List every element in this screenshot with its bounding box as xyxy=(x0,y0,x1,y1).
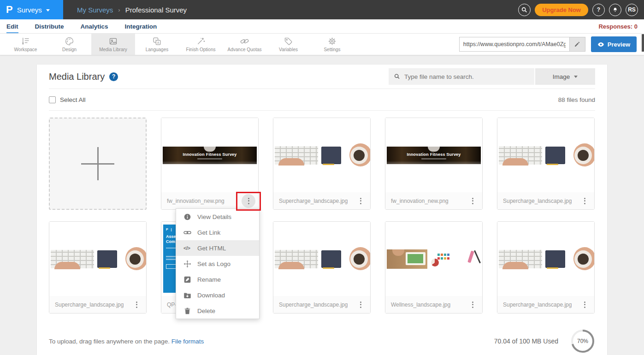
tab-analytics[interactable]: Analytics xyxy=(81,19,108,33)
toolbar-item-workspace[interactable]: Workspace xyxy=(4,34,47,55)
media-card[interactable]: Supercharge_landscape.jpg xyxy=(273,221,371,314)
breadcrumb-separator: › xyxy=(118,6,120,13)
chevron-down-icon xyxy=(574,76,578,78)
menu-item-rename[interactable]: Rename xyxy=(176,272,259,287)
media-card[interactable]: Supercharge_landscape.jpg xyxy=(49,221,147,314)
product-name: Surveys xyxy=(17,6,42,14)
file-formats-link[interactable]: File formats xyxy=(171,338,204,345)
media-library-panel: Media Library ? Image Select All 88 file… xyxy=(37,65,607,355)
help-button[interactable]: ? xyxy=(592,4,605,16)
more-options-button[interactable] xyxy=(466,194,479,208)
notifications-button[interactable] xyxy=(609,4,621,16)
toolbar-label: Media Library xyxy=(99,47,127,52)
upload-hint: To upload, drag files anywhere on the pa… xyxy=(49,338,170,345)
filter-selected-value: Image xyxy=(553,73,570,80)
media-card[interactable]: Wellness_landscape.jpg xyxy=(385,221,483,314)
media-library-help-icon[interactable]: ? xyxy=(109,72,118,81)
survey-url-input[interactable] xyxy=(460,37,569,51)
thumbnail-supercharge xyxy=(49,222,146,296)
search-button[interactable] xyxy=(518,4,531,16)
toolbar-label: Finish Options xyxy=(186,47,216,52)
media-card[interactable]: Supercharge_landscape.jpg xyxy=(273,118,371,210)
more-options-button[interactable] xyxy=(354,194,367,208)
page-background: Media Library ? Image Select All 88 file… xyxy=(0,55,644,355)
tab-edit[interactable]: Edit xyxy=(6,19,18,33)
select-all-checkbox[interactable] xyxy=(49,96,56,103)
media-card[interactable]: Supercharge_landscape.jpg xyxy=(497,118,595,210)
menu-item-get-link[interactable]: Get Link xyxy=(176,225,259,240)
file-name: Supercharge_landscape.jpg xyxy=(279,302,348,308)
survey-nav-bar: Edit Distribute Analytics Integration Re… xyxy=(0,19,644,34)
toolbar-label: Advance Quotas xyxy=(228,47,262,52)
file-type-filter[interactable]: Image xyxy=(535,68,595,85)
files-found-count: 88 files found xyxy=(558,96,595,103)
surveys-product-switcher[interactable]: P Surveys xyxy=(0,0,63,19)
edit-toolbar: Workspace Design Media Library A* Langua… xyxy=(0,34,644,55)
preview-button[interactable]: Preview xyxy=(591,36,637,52)
media-library-icon xyxy=(108,36,118,46)
media-grid: Innovation Fitness Survey fw_innovation_… xyxy=(49,111,595,314)
pencil-icon xyxy=(574,41,580,47)
topbar-actions: Upgrade Now ? RS xyxy=(518,4,644,16)
thumbnail-supercharge xyxy=(273,222,370,296)
upload-tile[interactable] xyxy=(49,118,147,210)
scrollbar-thumb[interactable] xyxy=(642,34,644,52)
more-options-button[interactable] xyxy=(130,298,143,312)
toolbar-item-media-library[interactable]: Media Library xyxy=(91,34,135,55)
workspace-icon xyxy=(21,36,30,46)
menu-item-delete[interactable]: Delete xyxy=(176,303,259,319)
thumbnail-title: Innovation Fitness Survey xyxy=(163,152,257,157)
panel-header: Media Library ? Image xyxy=(49,65,595,89)
media-card[interactable]: Innovation Fitness Survey fw_innovation_… xyxy=(161,118,259,210)
storage-percent-label: 70% xyxy=(570,329,595,354)
toolbar-item-settings[interactable]: Settings xyxy=(310,34,354,55)
settings-icon xyxy=(327,36,337,46)
chevron-down-icon xyxy=(46,9,50,12)
survey-url-group xyxy=(459,37,585,52)
breadcrumb-my-surveys[interactable]: My Surveys xyxy=(77,6,113,14)
media-card[interactable]: Innovation Fitness Survey fw_innovation_… xyxy=(385,118,483,210)
toolbar-label: Workspace xyxy=(14,47,37,52)
toolbar-item-languages[interactable]: A* Languages xyxy=(135,34,179,55)
menu-item-label: Set as Logo xyxy=(197,260,230,267)
media-card[interactable]: Supercharge_landscape.jpg xyxy=(497,221,595,314)
file-name: Supercharge_landscape.jpg xyxy=(503,302,572,308)
more-options-button[interactable] xyxy=(578,298,591,312)
search-icon xyxy=(394,73,400,80)
toolbar-item-design[interactable]: Design xyxy=(47,34,91,55)
preview-label: Preview xyxy=(608,41,630,48)
menu-item-set-as-logo[interactable]: Set as Logo xyxy=(176,256,259,272)
file-context-menu: View Details Get Link </> Get HTML Set a… xyxy=(176,208,260,319)
avatar[interactable]: RS xyxy=(626,4,638,16)
select-all-label: Select All xyxy=(60,96,86,103)
toolbar-item-finish-options[interactable]: Finish Options xyxy=(179,34,223,55)
languages-icon: A* xyxy=(152,36,162,46)
menu-item-view-details[interactable]: View Details xyxy=(176,209,259,225)
storage-usage-text: 70.04 of 100 MB Used xyxy=(494,337,558,345)
more-options-button[interactable] xyxy=(242,194,255,208)
tab-distribute[interactable]: Distribute xyxy=(35,19,64,33)
responses-count[interactable]: Responses: 0 xyxy=(598,19,638,33)
questionpro-logo: P xyxy=(6,5,13,15)
file-search-input[interactable] xyxy=(404,73,529,80)
toolbar-item-advance-quotas[interactable]: Advance Quotas xyxy=(223,34,266,55)
top-bar: P Surveys My Surveys › Professional Surv… xyxy=(0,0,644,19)
upgrade-now-button[interactable]: Upgrade Now xyxy=(535,4,588,16)
more-options-button[interactable] xyxy=(354,298,367,312)
link-icon xyxy=(183,229,191,237)
variables-icon xyxy=(284,36,293,46)
toolbar-label: Design xyxy=(62,47,77,52)
bell-icon xyxy=(612,7,618,13)
toolbar-right: Preview xyxy=(459,34,644,55)
menu-item-label: Download xyxy=(197,292,225,299)
code-icon: </> xyxy=(183,245,191,251)
more-options-button[interactable] xyxy=(466,298,479,312)
menu-item-download[interactable]: Download xyxy=(176,287,259,303)
question-mark-icon: ? xyxy=(597,6,600,13)
edit-url-button[interactable] xyxy=(569,37,585,51)
toolbar-item-variables[interactable]: Variables xyxy=(266,34,310,55)
file-name: fw_innovation_new.png xyxy=(391,198,449,204)
tab-integration[interactable]: Integration xyxy=(125,19,157,33)
menu-item-get-html[interactable]: </> Get HTML xyxy=(176,240,259,256)
more-options-button[interactable] xyxy=(578,194,591,208)
